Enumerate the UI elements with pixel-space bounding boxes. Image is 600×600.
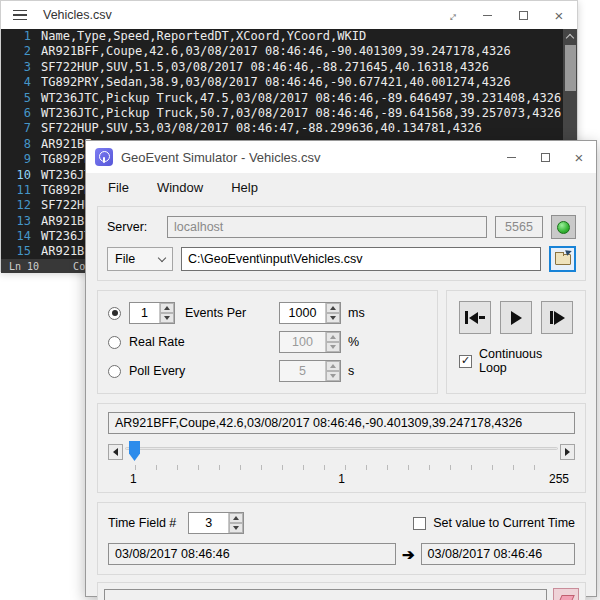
line-number: 8: [1, 137, 31, 152]
clear-button[interactable]: [553, 588, 579, 600]
ms-unit-label: ms: [348, 306, 365, 320]
skip-start-icon: [465, 311, 468, 324]
spin-up-icon[interactable]: [229, 513, 243, 523]
connection-status-button[interactable]: [551, 215, 576, 239]
code-line: 4TG892PRY,Sedan,38.9,03/08/2017 08:46:46…: [1, 75, 577, 90]
time-field-group: Time Field # 3 ✓ Set value to Current Ti…: [97, 502, 586, 575]
spin-up-icon[interactable]: [326, 361, 340, 371]
editor-close-button[interactable]: ×: [541, 1, 577, 29]
line-number: 6: [1, 106, 31, 121]
line-text: TG892PR: [41, 183, 92, 198]
step-forward-button[interactable]: [541, 301, 573, 334]
line-number: 4: [1, 75, 31, 90]
seconds-unit-label: s: [348, 364, 354, 378]
expand-icon: ↔: [441, 5, 461, 25]
code-line: 6WT236JTC,Pickup Truck,50.7,03/08/2017 0…: [1, 106, 577, 121]
line-number: 10: [1, 168, 31, 183]
fixed-rate-radio[interactable]: [108, 307, 121, 320]
time-from-field[interactable]: 03/08/2017 08:46:46: [108, 543, 396, 565]
play-button[interactable]: [500, 301, 532, 334]
eraser-icon: [558, 595, 575, 600]
line-number: 3: [1, 60, 31, 75]
interval-spinner[interactable]: 1000: [279, 302, 341, 324]
code-line: 3SF722HUP,SUV,51.5,03/08/2017 08:46:46,-…: [1, 60, 577, 75]
poll-every-label: Poll Every: [129, 364, 185, 378]
time-field-spinner[interactable]: 3: [188, 512, 244, 534]
skip-to-start-button[interactable]: [459, 301, 491, 334]
server-host-input[interactable]: localhost: [167, 216, 487, 238]
menu-window[interactable]: Window: [145, 176, 215, 199]
poll-spinner[interactable]: 5: [279, 360, 341, 382]
editor-maximize-button[interactable]: [505, 1, 541, 29]
line-number: 15: [1, 244, 31, 259]
spin-down-icon[interactable]: [326, 342, 340, 352]
line-number: 1: [1, 29, 31, 44]
current-event-preview: AR921BFF,Coupe,42.6,03/08/2017 08:46:46,…: [108, 412, 575, 434]
line-number: 11: [1, 183, 31, 198]
connection-group: Server: localhost 5565 File C:\GeoEvent\…: [97, 206, 586, 281]
source-type-dropdown[interactable]: File: [107, 247, 173, 271]
simulator-window: GeoEvent Simulator - Vehicles.csv × File…: [85, 140, 597, 597]
menu-file[interactable]: File: [96, 176, 141, 199]
slider-left-button[interactable]: [108, 444, 123, 460]
connected-icon: [557, 221, 570, 234]
close-icon: ×: [555, 8, 564, 23]
slider-thumb[interactable]: [129, 441, 140, 461]
code-line: 1Name,Type,Speed,ReportedDT,XCoord,YCoor…: [1, 29, 577, 44]
hamburger-menu-icon[interactable]: [13, 10, 27, 21]
current-time-label: Set value to Current Time: [433, 516, 575, 530]
line-number: 14: [1, 229, 31, 244]
event-slider[interactable]: [125, 441, 558, 463]
cursor-line-indicator: Ln 10: [9, 261, 39, 272]
real-rate-spinner[interactable]: 100: [279, 331, 341, 353]
time-field-label: Time Field #: [108, 516, 176, 530]
simulator-maximize-button[interactable]: [528, 141, 562, 173]
editor-minimize-button[interactable]: [469, 1, 505, 29]
simulator-minimize-button[interactable]: [494, 141, 528, 173]
simulator-close-button[interactable]: ×: [562, 141, 596, 173]
continuous-loop-label: Continuous Loop: [479, 347, 573, 375]
line-number: 7: [1, 121, 31, 136]
code-line: 5WT236JTC,Pickup Truck,47.5,03/08/2017 0…: [1, 91, 577, 106]
browse-file-button[interactable]: [549, 246, 576, 272]
step-icon: [550, 311, 553, 324]
menu-help[interactable]: Help: [219, 176, 270, 199]
time-to-field[interactable]: 03/08/2017 08:46:46: [421, 543, 575, 565]
event-count-spinner[interactable]: 1: [129, 302, 175, 324]
line-text: WT236JT: [41, 168, 92, 183]
maximize-icon: [541, 153, 550, 162]
spin-down-icon[interactable]: [160, 313, 174, 323]
scrollbar-up-icon[interactable]: [563, 29, 577, 43]
server-port-input[interactable]: 5565: [495, 216, 543, 238]
spin-down-icon[interactable]: [326, 371, 340, 381]
line-text: TG892PR: [41, 152, 92, 167]
editor-expand-button[interactable]: ↔: [433, 1, 469, 29]
percent-unit-label: %: [348, 335, 359, 349]
file-path-input[interactable]: C:\GeoEvent\input\Vehicles.csv: [181, 247, 541, 271]
spin-down-icon[interactable]: [229, 523, 243, 533]
spin-up-icon[interactable]: [160, 303, 174, 313]
line-text: SF722HU: [41, 198, 92, 213]
spin-up-icon[interactable]: [326, 303, 340, 313]
slider-right-button[interactable]: [560, 444, 575, 460]
spin-up-icon[interactable]: [326, 332, 340, 342]
current-time-checkbox[interactable]: ✓: [413, 517, 426, 530]
line-text: AR921BF: [41, 137, 92, 152]
slider-mid-label: 1: [338, 472, 345, 486]
source-type-value: File: [115, 252, 135, 266]
line-text: AR921BF: [41, 214, 92, 229]
spin-down-icon[interactable]: [326, 313, 340, 323]
poll-every-radio[interactable]: [108, 365, 121, 378]
continuous-loop-checkbox[interactable]: ✓: [459, 355, 472, 368]
maximize-icon: [519, 11, 528, 20]
scrollbar-thumb[interactable]: [565, 45, 576, 91]
editor-title: Vehicles.csv: [43, 8, 112, 22]
slider-max-label: 255: [549, 472, 569, 486]
minimize-icon: [483, 15, 492, 16]
real-rate-label: Real Rate: [129, 335, 185, 349]
slider-min-label: 1: [130, 472, 137, 486]
slider-track[interactable]: [125, 447, 558, 450]
real-rate-radio[interactable]: [108, 336, 121, 349]
play-icon: [511, 311, 522, 325]
simulator-title: GeoEvent Simulator - Vehicles.csv: [121, 150, 320, 165]
